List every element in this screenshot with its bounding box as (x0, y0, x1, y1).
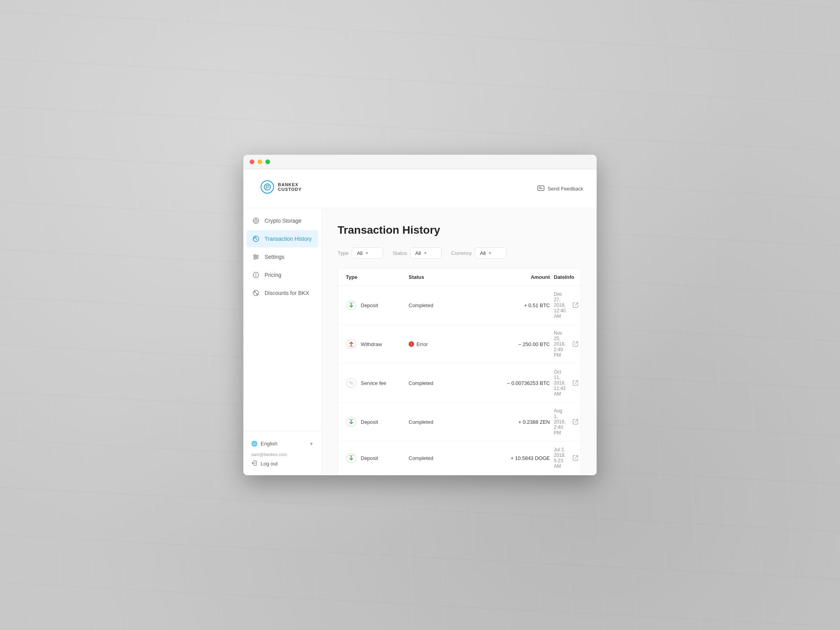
col-type: Type (346, 274, 409, 280)
col-status: Status (409, 274, 471, 280)
col-info: Info (565, 274, 581, 280)
svg-line-22 (254, 291, 257, 295)
status-filter-group: Status All ▼ (393, 247, 442, 259)
info-link-icon[interactable] (572, 301, 579, 309)
type-cell: Deposit (346, 452, 409, 463)
status-filter-chevron-icon: ▼ (424, 251, 427, 255)
minimize-btn[interactable] (257, 159, 262, 164)
tx-icon (346, 452, 357, 463)
sidebar-bottom: 🌐 English ▼ sam@bankex.com Log out (243, 431, 321, 475)
type-cell: Deposit (346, 416, 409, 427)
tx-icon (346, 416, 357, 427)
discounts-icon (252, 289, 260, 297)
table-row[interactable]: Deposit Completed + 0.816243 ETH Jun 27,… (338, 475, 581, 475)
withdraw-error-icon (346, 339, 357, 350)
service-fee-icon: % (346, 377, 357, 388)
svg-line-28 (575, 342, 578, 344)
status-cell: Completed (409, 455, 471, 461)
status-filter-select[interactable]: All ▼ (410, 247, 442, 259)
sidebar-item-settings[interactable]: Settings (247, 248, 318, 266)
feedback-icon (537, 185, 544, 192)
sidebar-item-crypto-storage[interactable]: Crypto Storage (247, 212, 318, 229)
type-filter-chevron-icon: ▼ (365, 251, 369, 255)
table-row[interactable]: Deposit Completed + 10.5843 DOGE Jul 2, … (338, 441, 581, 475)
language-label: English (261, 441, 278, 447)
svg-line-33 (575, 419, 578, 422)
status-filter-label: Status (393, 250, 407, 256)
maximize-btn[interactable] (265, 159, 270, 164)
svg-rect-4 (539, 188, 543, 189)
user-email: sam@bankex.com (251, 450, 314, 458)
type-label: Deposit (361, 419, 378, 425)
info-link-icon[interactable] (572, 454, 579, 462)
page-title: Transaction History (338, 224, 581, 236)
type-filter-select[interactable]: All ▼ (352, 247, 383, 259)
type-filter-label: Type (338, 250, 349, 256)
language-selector[interactable]: 🌐 English ▼ (251, 438, 314, 450)
currency-filter-value: All (480, 250, 486, 256)
logo: BANKEX CUSTODY (253, 174, 310, 203)
type-cell: Withdraw (346, 339, 409, 350)
info-cell[interactable] (566, 454, 581, 462)
pricing-label: Pricing (265, 272, 281, 278)
svg-line-35 (575, 456, 578, 458)
sidebar-item-transaction-history[interactable]: Transaction History (247, 230, 318, 247)
error-status: ! Error (409, 341, 471, 347)
date-cell: Oct 11, 2018, 11:43 AM (550, 369, 566, 397)
svg-line-31 (575, 381, 578, 383)
status-cell: Completed (409, 302, 471, 308)
table-row[interactable]: Withdraw ! Error – 250.00 BTC Nov 25, 20… (338, 325, 581, 364)
logout-button[interactable]: Log out (251, 458, 314, 469)
type-filter-value: All (357, 250, 362, 256)
status-cell: Completed (409, 380, 471, 386)
sidebar: Crypto Storage Transaction History (243, 208, 322, 475)
status-cell: ! Error (409, 341, 471, 347)
logo-custody: CUSTODY (278, 187, 302, 192)
info-cell[interactable] (566, 379, 581, 387)
amount-cell: – 250.00 BTC (471, 341, 550, 347)
info-cell[interactable] (566, 301, 581, 309)
window-layout: Crypto Storage Transaction History (243, 208, 597, 475)
info-link-icon[interactable] (572, 340, 579, 348)
settings-icon (252, 253, 260, 261)
app-header: BANKEX CUSTODY Send Feedback (243, 169, 597, 208)
date-cell: Dec 27, 2018, 12:40 AM (550, 291, 566, 319)
type-cell: % Service fee (346, 377, 409, 388)
svg-rect-3 (539, 187, 541, 188)
close-btn[interactable] (250, 159, 254, 164)
table-row[interactable]: Deposit Completed + 0.51 BTC Dec 27, 201… (338, 286, 581, 325)
col-amount: Amount (471, 274, 550, 280)
filters-row: Type All ▼ Status All ▼ Currency (338, 247, 581, 259)
logout-label: Log out (261, 461, 278, 467)
titlebar (243, 155, 597, 169)
type-label: Service fee (361, 380, 386, 386)
logo-text: BANKEX CUSTODY (278, 182, 302, 192)
currency-filter-group: Currency All ▼ (451, 247, 506, 259)
svg-point-6 (255, 220, 257, 222)
info-cell[interactable] (566, 340, 581, 348)
globe-icon: 🌐 (251, 441, 257, 447)
sidebar-item-pricing[interactable]: Pricing (247, 266, 318, 284)
table-header: Type Status Amount Date Info (338, 269, 581, 286)
send-feedback-button[interactable]: Send Feedback (533, 183, 587, 194)
type-label: Withdraw (361, 341, 382, 347)
info-link-icon[interactable] (572, 379, 579, 387)
svg-point-15 (254, 255, 256, 256)
currency-filter-label: Currency (451, 250, 472, 256)
type-cell: Deposit (346, 300, 409, 311)
transaction-history-label: Transaction History (265, 236, 312, 242)
info-cell[interactable] (566, 418, 581, 426)
sidebar-item-discounts[interactable]: Discounts for BKX (247, 284, 318, 302)
app-window: BANKEX CUSTODY Send Feedback (243, 155, 597, 475)
currency-filter-select[interactable]: All ▼ (475, 247, 506, 259)
table-row[interactable]: Deposit Completed + 0.2388 ZEN Aug 1, 20… (338, 403, 581, 441)
logo-icon (261, 180, 274, 194)
discounts-label: Discounts for BKX (265, 290, 309, 296)
main-content: Transaction History Type All ▼ Status Al… (322, 208, 597, 475)
table-row[interactable]: % Service fee Completed – 0.00736253 BTC… (338, 364, 581, 403)
feedback-label: Send Feedback (548, 186, 583, 192)
amount-cell: + 0.51 BTC (471, 302, 550, 308)
logout-icon (251, 460, 257, 467)
type-filter-group: Type All ▼ (338, 247, 383, 259)
info-link-icon[interactable] (572, 418, 579, 426)
